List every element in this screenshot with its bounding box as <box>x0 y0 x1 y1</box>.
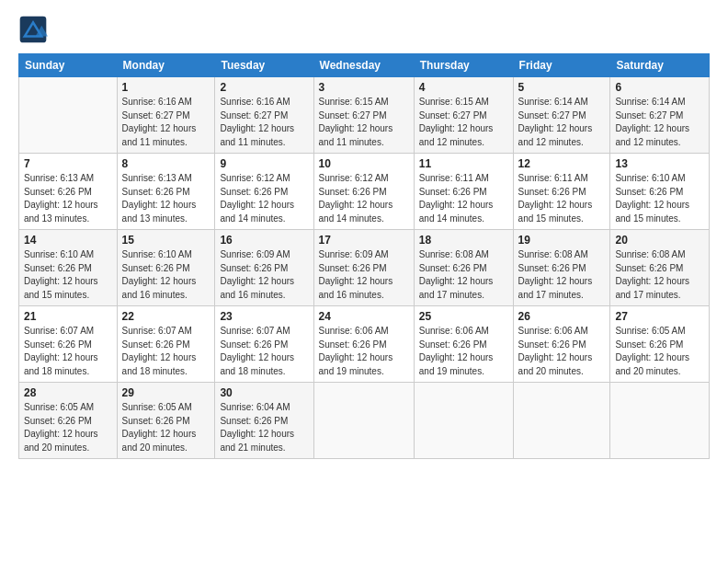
day-info: Sunrise: 6:05 AM Sunset: 6:26 PM Dayligh… <box>615 325 704 378</box>
day-info: Sunrise: 6:16 AM Sunset: 6:27 PM Dayligh… <box>220 96 308 149</box>
calendar-day-cell <box>313 383 414 459</box>
logo-icon <box>18 15 48 44</box>
calendar-day-cell: 22Sunrise: 6:07 AM Sunset: 6:26 PM Dayli… <box>117 306 215 383</box>
calendar-day-cell: 2Sunrise: 6:16 AM Sunset: 6:27 PM Daylig… <box>215 77 313 154</box>
calendar-day-cell: 20Sunrise: 6:08 AM Sunset: 6:26 PM Dayli… <box>610 230 710 306</box>
calendar-day-cell <box>19 77 118 154</box>
day-info: Sunrise: 6:10 AM Sunset: 6:26 PM Dayligh… <box>615 172 704 225</box>
day-info: Sunrise: 6:04 AM Sunset: 6:26 PM Dayligh… <box>220 401 308 454</box>
day-number: 15 <box>122 234 210 247</box>
weekday-header-cell: Wednesday <box>313 54 414 77</box>
day-info: Sunrise: 6:10 AM Sunset: 6:26 PM Dayligh… <box>24 248 112 302</box>
calendar-day-cell: 26Sunrise: 6:06 AM Sunset: 6:26 PM Dayli… <box>513 306 610 383</box>
calendar-day-cell: 6Sunrise: 6:14 AM Sunset: 6:27 PM Daylig… <box>610 77 710 154</box>
calendar-day-cell: 29Sunrise: 6:05 AM Sunset: 6:26 PM Dayli… <box>117 383 215 459</box>
day-number: 19 <box>518 234 606 247</box>
calendar-day-cell: 3Sunrise: 6:15 AM Sunset: 6:27 PM Daylig… <box>313 77 414 154</box>
calendar-week-row: 14Sunrise: 6:10 AM Sunset: 6:26 PM Dayli… <box>19 230 710 306</box>
day-number: 1 <box>122 81 210 94</box>
calendar-day-cell: 25Sunrise: 6:06 AM Sunset: 6:26 PM Dayli… <box>414 306 513 383</box>
calendar-day-cell: 15Sunrise: 6:10 AM Sunset: 6:26 PM Dayli… <box>117 230 215 306</box>
calendar-day-cell: 18Sunrise: 6:08 AM Sunset: 6:26 PM Dayli… <box>414 230 513 306</box>
calendar-day-cell: 7Sunrise: 6:13 AM Sunset: 6:26 PM Daylig… <box>19 154 118 230</box>
calendar-day-cell: 16Sunrise: 6:09 AM Sunset: 6:26 PM Dayli… <box>215 230 313 306</box>
calendar-day-cell: 30Sunrise: 6:04 AM Sunset: 6:26 PM Dayli… <box>215 383 313 459</box>
day-number: 25 <box>419 310 508 323</box>
weekday-header-cell: Tuesday <box>215 54 313 77</box>
day-info: Sunrise: 6:16 AM Sunset: 6:27 PM Dayligh… <box>122 96 210 149</box>
day-info: Sunrise: 6:13 AM Sunset: 6:26 PM Dayligh… <box>122 172 210 225</box>
calendar-week-row: 28Sunrise: 6:05 AM Sunset: 6:26 PM Dayli… <box>19 383 710 459</box>
day-number: 2 <box>220 81 308 94</box>
day-info: Sunrise: 6:15 AM Sunset: 6:27 PM Dayligh… <box>419 96 508 149</box>
day-info: Sunrise: 6:10 AM Sunset: 6:26 PM Dayligh… <box>122 248 210 302</box>
calendar-day-cell: 17Sunrise: 6:09 AM Sunset: 6:26 PM Dayli… <box>313 230 414 306</box>
day-number: 30 <box>220 386 308 399</box>
day-info: Sunrise: 6:08 AM Sunset: 6:26 PM Dayligh… <box>518 248 606 302</box>
weekday-header-cell: Monday <box>117 54 215 77</box>
calendar-day-cell: 13Sunrise: 6:10 AM Sunset: 6:26 PM Dayli… <box>610 154 710 230</box>
calendar-day-cell: 28Sunrise: 6:05 AM Sunset: 6:26 PM Dayli… <box>19 383 118 459</box>
day-info: Sunrise: 6:14 AM Sunset: 6:27 PM Dayligh… <box>518 96 606 149</box>
day-info: Sunrise: 6:08 AM Sunset: 6:26 PM Dayligh… <box>615 248 704 302</box>
day-number: 5 <box>518 81 606 94</box>
day-info: Sunrise: 6:06 AM Sunset: 6:26 PM Dayligh… <box>518 325 606 378</box>
day-number: 20 <box>615 234 704 247</box>
day-number: 13 <box>615 157 704 170</box>
day-number: 27 <box>615 310 704 323</box>
calendar-day-cell: 27Sunrise: 6:05 AM Sunset: 6:26 PM Dayli… <box>610 306 710 383</box>
calendar-day-cell: 21Sunrise: 6:07 AM Sunset: 6:26 PM Dayli… <box>19 306 118 383</box>
weekday-header-cell: Sunday <box>19 54 118 77</box>
day-number: 14 <box>24 234 112 247</box>
day-number: 12 <box>518 157 606 170</box>
calendar-day-cell: 1Sunrise: 6:16 AM Sunset: 6:27 PM Daylig… <box>117 77 215 154</box>
day-number: 11 <box>419 157 508 170</box>
calendar-week-row: 21Sunrise: 6:07 AM Sunset: 6:26 PM Dayli… <box>19 306 710 383</box>
day-number: 21 <box>24 310 112 323</box>
day-number: 10 <box>319 157 409 170</box>
day-info: Sunrise: 6:11 AM Sunset: 6:26 PM Dayligh… <box>419 172 508 225</box>
weekday-header-cell: Friday <box>513 54 610 77</box>
day-number: 18 <box>419 234 508 247</box>
calendar-day-cell: 5Sunrise: 6:14 AM Sunset: 6:27 PM Daylig… <box>513 77 610 154</box>
day-number: 4 <box>419 81 508 94</box>
calendar-day-cell: 11Sunrise: 6:11 AM Sunset: 6:26 PM Dayli… <box>414 154 513 230</box>
calendar-week-row: 7Sunrise: 6:13 AM Sunset: 6:26 PM Daylig… <box>19 154 710 230</box>
calendar-day-cell: 9Sunrise: 6:12 AM Sunset: 6:26 PM Daylig… <box>215 154 313 230</box>
day-info: Sunrise: 6:07 AM Sunset: 6:26 PM Dayligh… <box>24 325 112 378</box>
logo <box>18 15 53 44</box>
day-number: 8 <box>122 157 210 170</box>
day-number: 7 <box>24 157 112 170</box>
day-number: 6 <box>615 81 704 94</box>
calendar-day-cell: 23Sunrise: 6:07 AM Sunset: 6:26 PM Dayli… <box>215 306 313 383</box>
day-info: Sunrise: 6:15 AM Sunset: 6:27 PM Dayligh… <box>319 96 409 149</box>
day-info: Sunrise: 6:07 AM Sunset: 6:26 PM Dayligh… <box>122 325 210 378</box>
calendar-day-cell: 12Sunrise: 6:11 AM Sunset: 6:26 PM Dayli… <box>513 154 610 230</box>
day-number: 28 <box>24 386 112 399</box>
calendar-day-cell: 14Sunrise: 6:10 AM Sunset: 6:26 PM Dayli… <box>19 230 118 306</box>
day-info: Sunrise: 6:08 AM Sunset: 6:26 PM Dayligh… <box>419 248 508 302</box>
calendar-body: 1Sunrise: 6:16 AM Sunset: 6:27 PM Daylig… <box>19 77 710 459</box>
day-number: 29 <box>122 386 210 399</box>
day-info: Sunrise: 6:12 AM Sunset: 6:26 PM Dayligh… <box>220 172 308 225</box>
day-number: 26 <box>518 310 606 323</box>
calendar-day-cell: 4Sunrise: 6:15 AM Sunset: 6:27 PM Daylig… <box>414 77 513 154</box>
day-info: Sunrise: 6:13 AM Sunset: 6:26 PM Dayligh… <box>24 172 112 225</box>
calendar-day-cell: 8Sunrise: 6:13 AM Sunset: 6:26 PM Daylig… <box>117 154 215 230</box>
day-info: Sunrise: 6:06 AM Sunset: 6:26 PM Dayligh… <box>319 325 409 378</box>
calendar-day-cell: 10Sunrise: 6:12 AM Sunset: 6:26 PM Dayli… <box>313 154 414 230</box>
day-number: 23 <box>220 310 308 323</box>
day-number: 24 <box>319 310 409 323</box>
calendar-day-cell: 19Sunrise: 6:08 AM Sunset: 6:26 PM Dayli… <box>513 230 610 306</box>
day-info: Sunrise: 6:09 AM Sunset: 6:26 PM Dayligh… <box>220 248 308 302</box>
calendar-week-row: 1Sunrise: 6:16 AM Sunset: 6:27 PM Daylig… <box>19 77 710 154</box>
day-info: Sunrise: 6:06 AM Sunset: 6:26 PM Dayligh… <box>419 325 508 378</box>
weekday-header-cell: Thursday <box>414 54 513 77</box>
weekday-header-row: SundayMondayTuesdayWednesdayThursdayFrid… <box>19 54 710 77</box>
day-info: Sunrise: 6:12 AM Sunset: 6:26 PM Dayligh… <box>319 172 409 225</box>
header <box>18 15 710 44</box>
day-info: Sunrise: 6:05 AM Sunset: 6:26 PM Dayligh… <box>24 401 112 454</box>
day-number: 16 <box>220 234 308 247</box>
calendar: SundayMondayTuesdayWednesdayThursdayFrid… <box>18 53 710 459</box>
weekday-header-cell: Saturday <box>610 54 710 77</box>
